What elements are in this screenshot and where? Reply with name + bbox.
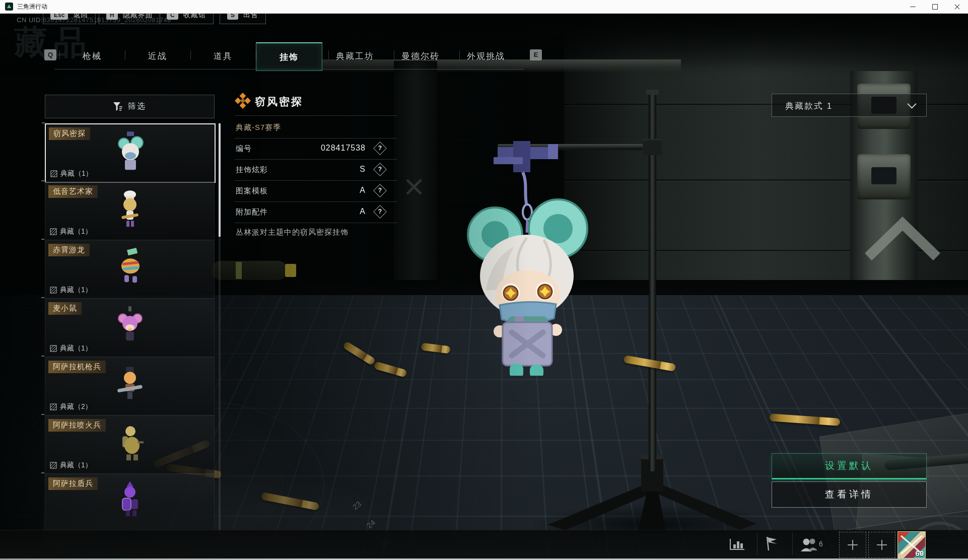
- item-thumbnail: [112, 188, 148, 232]
- collection-badge: 典藏（1）: [50, 169, 93, 178]
- item-name-chip: 麦小鼠: [48, 302, 82, 315]
- tab-guns[interactable]: 枪械: [59, 42, 125, 69]
- team-people-icon[interactable]: [800, 538, 818, 551]
- style-dropdown[interactable]: 典藏款式 1: [772, 94, 927, 117]
- detail-row-pattern-template: 图案模板 A ?: [235, 180, 397, 201]
- collection-badge: 典藏（2）: [50, 402, 92, 411]
- charm-description: 丛林派对主题中的窃风密探挂饰: [236, 228, 349, 237]
- item-name-chip: 阿萨拉机枪兵: [48, 361, 106, 373]
- view-details-button[interactable]: 查看详情: [772, 481, 927, 508]
- maximize-button[interactable]: [924, 0, 946, 13]
- item-thumbnail: [113, 130, 148, 174]
- window-title: 三角洲行动: [17, 3, 47, 11]
- set-default-button[interactable]: 设置默认: [772, 453, 927, 479]
- collection-badge: 典藏（1）: [50, 286, 92, 295]
- add-slot-button[interactable]: [839, 532, 866, 558]
- add-slot-button[interactable]: [868, 532, 895, 558]
- window-titlebar: 三角洲行动: [0, 0, 968, 14]
- charm-list-item[interactable]: 阿萨拉机枪兵 典藏（2）: [45, 357, 215, 415]
- charm-season-label: 典藏-S7赛季: [236, 123, 281, 132]
- item-name-chip: 窃风密探: [49, 127, 90, 140]
- game-window: 三角洲行动 23: [0, 0, 968, 560]
- detail-row-charm-colorway: 挂饰炫彩 S ?: [235, 159, 397, 180]
- item-name-chip: 赤霄游龙: [48, 244, 90, 256]
- collection-icon: [50, 462, 57, 469]
- currency-tile[interactable]: 60: [897, 531, 926, 558]
- help-icon[interactable]: ?: [373, 163, 387, 176]
- collection-badge: 典藏（1）: [50, 344, 92, 353]
- filter-label: 筛选: [128, 101, 147, 112]
- hotkey-e-badge[interactable]: E: [530, 49, 542, 60]
- help-icon[interactable]: ?: [373, 184, 387, 197]
- list-scrollbar-thumb[interactable]: [219, 123, 221, 237]
- item-name-chip: 低音艺术家: [48, 185, 98, 198]
- item-name-chip: 阿萨拉盾兵: [48, 477, 98, 490]
- charm-list-item[interactable]: 阿萨拉喷火兵 典藏（1）: [45, 415, 215, 474]
- help-icon[interactable]: ?: [373, 142, 387, 155]
- category-tabbar: 枪械 近战 道具 挂饰 典藏工坊 曼德尔砖 外观挑战: [59, 42, 519, 69]
- charm-list-item[interactable]: 赤霄游龙 典藏（1）: [45, 240, 215, 299]
- tab-melee[interactable]: 近战: [125, 42, 190, 69]
- charm-list-item[interactable]: 窃风密探 典藏（1）: [45, 123, 216, 183]
- close-button[interactable]: [946, 0, 968, 13]
- filter-funnel-icon: [113, 102, 123, 111]
- collection-icon: [50, 403, 57, 410]
- stats-chart-icon[interactable]: [729, 538, 745, 551]
- filter-button[interactable]: 筛选: [45, 95, 215, 118]
- collection-icon: [50, 345, 57, 352]
- collection-badge: 典藏（1）: [50, 227, 92, 236]
- charm-title: 窃风密探: [255, 95, 303, 109]
- charm-rarity-icon: [235, 93, 251, 109]
- item-thumbnail: [112, 422, 148, 465]
- currency-count: 60: [915, 549, 924, 557]
- detail-row-number: 编号 028417538 ?: [235, 138, 397, 159]
- detail-row-extra-accessory: 附加配件 A ?: [235, 201, 397, 223]
- tab-items[interactable]: 道具: [190, 42, 256, 69]
- item-thumbnail: [112, 364, 148, 407]
- hotkey-q-badge[interactable]: Q: [44, 49, 56, 60]
- collection-icon: [50, 287, 57, 294]
- minimize-button[interactable]: [902, 0, 924, 13]
- app-logo-icon: [5, 3, 13, 11]
- team-count: 6: [819, 540, 823, 548]
- collection-badge: 典藏（1）: [50, 461, 92, 470]
- charm-list-item[interactable]: 低音艺术家 典藏（1）: [45, 182, 215, 240]
- flag-icon[interactable]: [765, 536, 779, 551]
- tab-appearance-challenge[interactable]: 外观挑战: [453, 42, 519, 69]
- collection-icon: [50, 170, 57, 177]
- style-dropdown-value: 典藏款式 1: [785, 100, 833, 112]
- item-thumbnail: [112, 247, 148, 290]
- collection-icon: [50, 228, 57, 235]
- chevron-down-icon: [907, 99, 916, 108]
- item-name-chip: 阿萨拉喷火兵: [48, 419, 106, 432]
- help-icon[interactable]: ?: [373, 205, 387, 219]
- item-thumbnail: [112, 305, 148, 348]
- charm-list-item[interactable]: 麦小鼠 典藏（1）: [45, 299, 215, 357]
- tab-charms[interactable]: 挂饰: [256, 42, 322, 71]
- tab-collection-workshop[interactable]: 典藏工坊: [322, 42, 388, 69]
- tab-mandel-brick[interactable]: 曼德尔砖: [388, 42, 453, 69]
